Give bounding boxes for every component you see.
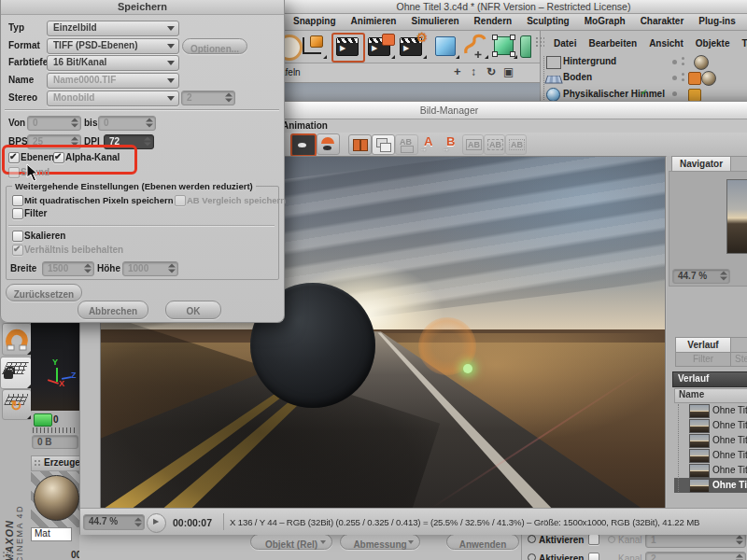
material-tag-icon[interactable] xyxy=(701,71,716,86)
quad-checkbox[interactable]: ✔ xyxy=(12,195,23,206)
bm-single-image-button[interactable] xyxy=(290,133,317,157)
material-tag-icon[interactable] xyxy=(694,55,709,70)
history-row[interactable]: Ohne Titel xyxy=(674,433,747,448)
aktivieren-checkbox[interactable] xyxy=(588,534,599,545)
history-row[interactable]: Ohne Titel xyxy=(674,418,747,433)
bis-field[interactable]: 0 xyxy=(98,116,156,131)
menu-snapping[interactable]: Snapping xyxy=(286,16,344,26)
bm-filter-hat-button[interactable] xyxy=(317,133,340,155)
render-region-button[interactable]: ▶ xyxy=(367,34,395,59)
breite-field[interactable]: 1500 xyxy=(42,261,94,276)
bm-compare-ab-button[interactable] xyxy=(348,134,372,155)
menu-simulieren[interactable]: Simulieren xyxy=(403,16,466,26)
toggle-view-icon[interactable]: ▣ xyxy=(503,65,514,78)
ok-button[interactable]: OK xyxy=(165,301,221,319)
om-menu-tags[interactable]: Tags xyxy=(742,38,747,49)
dialog-titlebar[interactable]: Speichern xyxy=(1,0,284,15)
timeline-ruler[interactable] xyxy=(33,427,78,433)
render-view-button[interactable]: ▶ xyxy=(331,33,365,63)
history-row[interactable]: Ohne Titel xyxy=(674,448,747,463)
render-settings-button[interactable]: ▶ ⚙ xyxy=(399,34,427,59)
abbrechen-button[interactable]: Abbrechen xyxy=(78,301,148,319)
visibility-dot-icon[interactable] xyxy=(672,76,677,80)
bm-ab-horizontal-button[interactable]: AB xyxy=(484,134,505,155)
bm-cascade-button[interactable] xyxy=(372,134,395,155)
bm-set-a-button[interactable]: A → xyxy=(418,134,438,153)
navigator-thumbnail[interactable] xyxy=(726,179,747,254)
panel-grip[interactable] xyxy=(535,36,544,48)
bottom-grip[interactable] xyxy=(2,551,13,558)
tab-verlauf[interactable]: Verlauf xyxy=(675,337,731,353)
menu-sculpting[interactable]: Sculpting xyxy=(519,16,577,26)
rotate-icon[interactable]: ↻ xyxy=(486,65,496,78)
bm-ab-vertical-button[interactable]: AB xyxy=(462,134,484,155)
menu-charakter[interactable]: Charakter xyxy=(633,16,692,26)
history-row[interactable]: Ohne Titel xyxy=(674,403,747,418)
filter-checkbox[interactable]: ✔ xyxy=(12,208,23,219)
menu-mograph[interactable]: MoGraph xyxy=(577,16,633,26)
anwenden-button[interactable]: Anwenden xyxy=(446,534,519,550)
farbtiefe-dropdown[interactable]: 16 Bit/Kanal xyxy=(47,55,179,71)
om-menu-ansicht[interactable]: Ansicht xyxy=(649,38,684,49)
om-menu-bearbeiten[interactable]: Bearbeiten xyxy=(588,38,637,49)
render-dot-icon[interactable] xyxy=(682,57,684,60)
skalieren-checkbox[interactable]: ✔ xyxy=(12,231,23,242)
deformer-button[interactable] xyxy=(520,35,531,58)
timeline-frame-marker[interactable] xyxy=(34,413,52,427)
history-row[interactable]: Ohne Titel xyxy=(674,463,747,478)
ab-checkbox[interactable]: ✔ xyxy=(175,195,186,206)
ebenen-checkbox[interactable]: ✔ xyxy=(8,152,20,163)
keyframe-circle-icon[interactable] xyxy=(528,553,536,560)
bm-zoom-field[interactable]: 44.7 % xyxy=(83,514,145,530)
visibility-dot-icon[interactable] xyxy=(672,60,677,64)
workplane-mode-button[interactable]: ↻ xyxy=(2,389,32,420)
zoom-icon[interactable]: ↕ xyxy=(471,65,476,78)
om-menu-datei[interactable]: Datei xyxy=(554,38,576,49)
sky-tag-icon[interactable] xyxy=(688,89,701,102)
kanal-field-1[interactable]: 1 xyxy=(645,533,746,548)
object-row-hintergrund[interactable]: Hintergrund xyxy=(541,54,747,70)
workplane-lock-button[interactable] xyxy=(0,357,32,389)
kanal-field-2[interactable]: 2 xyxy=(645,552,746,560)
objekt-dropdown[interactable]: Objekt (Rel) xyxy=(250,534,332,550)
pan-icon[interactable]: + xyxy=(454,64,461,78)
stereo-dropdown[interactable]: Monobild xyxy=(47,91,179,106)
name-dropdown[interactable]: Name0000.TIF xyxy=(47,73,179,89)
snap-magnet-button[interactable] xyxy=(2,323,32,356)
sound-checkbox[interactable]: ✔ xyxy=(8,167,20,178)
spline-pen-button[interactable] xyxy=(462,33,488,59)
menu-animieren[interactable]: Animieren xyxy=(344,16,404,26)
bm-menu-animation[interactable]: Animation xyxy=(282,120,328,131)
von-field[interactable]: 0 xyxy=(27,116,81,131)
history-row-selected[interactable]: Ohne Titel xyxy=(674,478,747,493)
menu-rendern[interactable]: Rendern xyxy=(467,16,520,26)
name-column-header[interactable]: Name xyxy=(674,388,747,403)
enabled-check-icon[interactable]: ✔ xyxy=(641,88,648,97)
material-sphere-preview[interactable] xyxy=(34,475,79,521)
zuruecksetzen-button[interactable]: Zurücksetzen xyxy=(6,284,82,301)
optionen-button[interactable]: Optionen... xyxy=(182,38,247,54)
verhaeltnis-checkbox[interactable]: ✔ xyxy=(12,245,23,256)
cube-primitive-button[interactable] xyxy=(433,34,459,59)
menu-skript[interactable]: Skript xyxy=(743,16,747,26)
bm-set-b-button[interactable]: B → xyxy=(440,134,459,153)
stereo-count-field[interactable]: 2 xyxy=(181,91,235,105)
typ-dropdown[interactable]: Einzelbild xyxy=(47,21,179,36)
om-menu-objekte[interactable]: Objekte xyxy=(696,38,730,49)
tab-navigator[interactable]: Navigator xyxy=(671,156,731,172)
tab-histogramm[interactable]: Histogramm xyxy=(730,156,747,172)
tab-filter[interactable]: Filter xyxy=(675,352,731,367)
visibility-dot-icon[interactable] xyxy=(672,91,677,96)
object-row-himmel[interactable]: Physikalischer Himmel ✔ xyxy=(541,86,747,102)
object-row-boden[interactable]: Boden xyxy=(541,70,747,86)
bm-play-button[interactable]: ▶ xyxy=(147,513,166,533)
keyframe-circle-icon[interactable] xyxy=(528,535,536,543)
menu-plugins[interactable]: Plug-ins xyxy=(691,16,742,26)
aktivieren-checkbox-2[interactable] xyxy=(588,553,599,560)
bm-ab-split-button[interactable]: AB xyxy=(505,134,527,155)
format-dropdown[interactable]: TIFF (PSD-Ebenen) xyxy=(47,38,179,54)
move-tool-icon[interactable] xyxy=(297,34,327,59)
erzeugen-menu[interactable]: Erzeugen xyxy=(44,457,81,468)
navigator-zoom-field[interactable]: 44.7 % xyxy=(672,269,730,284)
render-dot-icon[interactable] xyxy=(682,73,684,76)
